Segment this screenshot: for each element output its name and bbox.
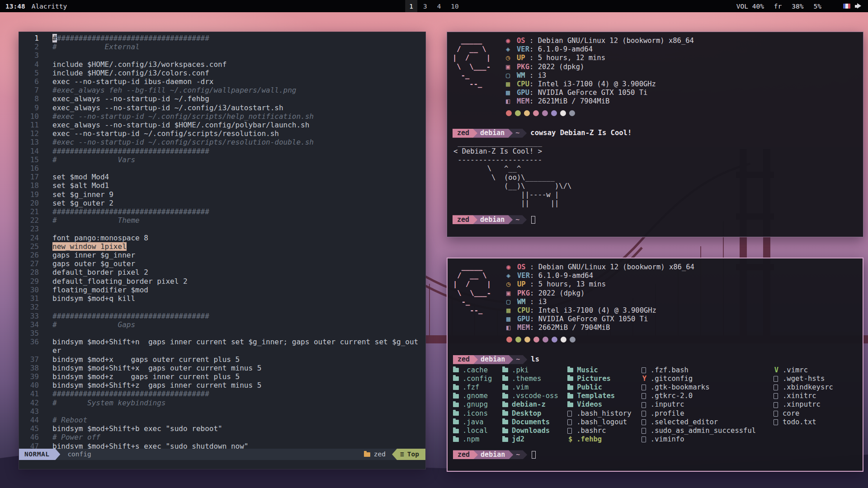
line-number: 34 <box>19 320 45 329</box>
editor-line-text: # Gaps <box>45 320 425 329</box>
fetch-label: PKG <box>517 289 530 298</box>
editor-line-text: exec --no-startup-id ~/.config/scripts/r… <box>45 129 425 138</box>
speaker-icon[interactable] <box>855 3 863 9</box>
terminal-window-top[interactable]: _____ / __ \ | / | \ \___- -_ --_ ◉OS : … <box>447 32 863 237</box>
file-entry: .themes <box>502 375 567 383</box>
file-entry: Downloads <box>502 427 567 435</box>
file-name: .xinitrc <box>783 392 816 400</box>
editor-line-text: bindsym $mod+z gaps inner current plus 5 <box>45 372 425 381</box>
file-entry: jd2 <box>502 435 567 444</box>
folder-icon <box>502 411 508 416</box>
editor-line: 16 <box>19 164 425 173</box>
file-entry: Templates <box>567 392 642 400</box>
volume-indicator[interactable]: VOL 40% <box>736 3 764 10</box>
file-name: .selected_editor <box>651 418 718 427</box>
workspace-button-3[interactable]: 3 <box>419 0 431 12</box>
line-number: 28 <box>19 268 45 277</box>
fetch-label: VER <box>517 45 529 54</box>
prompt-host-segment: debian <box>473 450 513 459</box>
ls-column: V.vimrc.wget-hsts.xbindkeysrc.xinitrc.xi… <box>774 366 857 444</box>
terminal-content: _____ / __ \ | / | \ \___- -_ --_ ◉OS : … <box>448 258 863 464</box>
vim-icon: V <box>774 366 779 375</box>
workspace-button-4[interactable]: 4 <box>433 0 445 12</box>
editor-line-text: set $g_inner 9 <box>45 190 425 199</box>
folder-icon <box>567 403 573 407</box>
editor-line-text: #################################### <box>45 147 425 155</box>
file-icon <box>642 428 646 434</box>
terminal-window-bottom[interactable]: _____ / __ \ | / | \ \___- -_ --_ ◉OS : … <box>447 258 863 472</box>
workspace-button-1[interactable]: 1 <box>405 0 417 12</box>
editor-line-text: new_window 1pixel <box>45 242 425 251</box>
editor-line-text: default_border pixel 2 <box>45 268 425 277</box>
line-number: 3 <box>19 51 45 60</box>
folder-icon <box>502 403 508 407</box>
file-icon <box>774 393 778 399</box>
fetch-value: : 2022 (dpkg) <box>529 63 584 71</box>
fetch-row: ▣PKG: 2022 (dpkg) <box>506 289 694 298</box>
palette-dot <box>561 337 566 343</box>
folder-icon <box>567 394 573 399</box>
filename-label: config <box>67 450 91 459</box>
file-entry: .fzf <box>453 383 502 392</box>
fetch-row: ▣PKG: 2022 (dpkg) <box>506 63 694 71</box>
editor-line-text: floating_modifier $mod <box>45 286 425 294</box>
line-number: 5 <box>19 69 45 77</box>
file-name: core <box>783 409 799 418</box>
editor-line: 37bindsym $mod+x gaps outer current plus… <box>19 355 425 364</box>
editor-window[interactable]: 1####################################2# … <box>19 32 426 469</box>
editor-line-text: # Theme <box>45 216 425 225</box>
editor-line: 32 <box>19 303 425 311</box>
fr-flag-icon[interactable] <box>843 4 850 9</box>
file-entry: Y.gitconfig <box>642 375 774 383</box>
terminal-cursor <box>531 216 535 224</box>
editor-line-text: # Vars <box>45 155 425 164</box>
workspace-button-10[interactable]: 10 <box>447 0 462 12</box>
editor-line: 38bindsym $mod+Shift+x gaps outer curren… <box>19 364 425 372</box>
keyboard-layout-indicator[interactable]: fr <box>774 3 782 10</box>
file-name: .pki <box>512 366 528 375</box>
fetch-row: ◷UP : 5 hours, 13 mins <box>506 280 694 289</box>
shell-prompt: zeddebian~ <box>453 450 857 459</box>
file-entry: .xinputrc <box>774 400 857 409</box>
ls-column: .fzf.bashY.gitconfig.gtk-bookmarks.gtkrc… <box>642 366 774 444</box>
file-entry: .gtk-bookmarks <box>642 383 774 392</box>
file-name: Desktop <box>512 409 541 418</box>
line-number: 35 <box>19 329 45 338</box>
gpu-icon: ▩ <box>506 89 517 97</box>
file-name: Music <box>577 366 598 375</box>
file-entry: .icons <box>453 409 502 418</box>
fetch-row: ▦CPU: Intel i3-7100 (4) @ 3.900GHz <box>506 80 694 89</box>
packages-icon: ▣ <box>506 63 517 71</box>
line-number: 41 <box>19 389 45 398</box>
editor-line: 26gaps inner $g_inner <box>19 251 425 259</box>
fetch-value: : i3 <box>530 298 547 306</box>
editor-line-text: font pango:monospace 8 <box>45 234 425 242</box>
prompt-user-segment: zed <box>453 215 477 224</box>
editor-line: 36bindsym $mod+Shift+n gaps inner curren… <box>19 338 425 355</box>
editor-line: 2# External <box>19 42 425 51</box>
status-user-label: zed <box>374 450 386 459</box>
file-name: .sudo_as_admin_successful <box>651 427 756 435</box>
editor-line-text: bindsym $mod+Shift+s exec "sudo shutdown… <box>45 442 425 449</box>
command-text: cowsay Debian-Z Is Cool! <box>530 129 632 137</box>
folder-icon <box>502 368 508 372</box>
focused-window-title: Alacritty <box>32 3 67 10</box>
line-number: 44 <box>19 416 45 424</box>
palette-dot <box>542 337 548 343</box>
fetch-row: ◈VER: 6.1.0-9-amd64 <box>506 272 694 280</box>
fetch-row: ◉OS : Debian GNU/Linux 12 (bookworm) x86… <box>506 263 694 272</box>
line-number: 37 <box>19 355 45 364</box>
editor-line: 11exec_always --no-startup-id $HOME/.con… <box>19 121 425 129</box>
fetch-row: ▩GPU: NVIDIA GeForce GTX 1050 Ti <box>506 315 694 324</box>
terminal-color-palette <box>506 109 694 117</box>
editor-line-text: bindsym $mod+x gaps outer current plus 5 <box>45 355 425 364</box>
file-name: debian-z <box>512 400 546 409</box>
line-number: 12 <box>19 129 45 138</box>
ls-column: .cache.config.fzf.gnome.gnupg.icons.java… <box>453 366 502 444</box>
vim-mode-indicator: NORMAL <box>19 449 60 460</box>
file-name: .inputrc <box>651 400 684 409</box>
folder-icon <box>502 385 508 390</box>
editor-line-text: # External <box>45 42 425 51</box>
editor-text-area[interactable]: 1####################################2# … <box>19 32 425 449</box>
editor-line: 7#exec_always feh --bg-fill ~/.config/wa… <box>19 86 425 94</box>
